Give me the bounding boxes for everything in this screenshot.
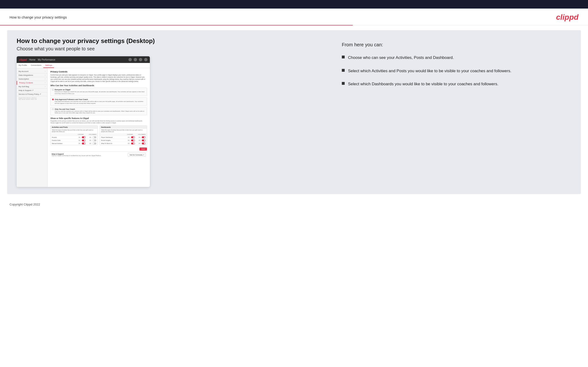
radio-desc-followers-coach: Only approved followers and coaches you … [52,101,145,105]
bullet-icon [342,56,345,58]
toggle-player-coaches[interactable] [131,136,135,138]
dashboards-panel-desc: Select the types of activity that you'd … [100,129,147,133]
bullet-list: Choose who can see your Activities, Post… [342,55,571,87]
settings-sidebar: My Account › Data Integrations › Subscri… [17,68,48,187]
toggle-manual-coaches[interactable] [82,142,86,144]
radio-circle-you-coach [52,108,54,110]
sidebar-data-integrations[interactable]: Data Integrations › [17,73,47,77]
activities-dashboards-container: Activities and Posts Select the types of… [51,125,147,145]
toggle-drills-followers[interactable] [93,139,96,141]
radio-followers-coach[interactable]: Only Approved Followers and Your Coach O… [51,97,147,106]
copyright: Copyright Clippd 2022 [9,203,40,206]
toggle-work-coaches[interactable] [131,142,135,144]
radio-desc-everyone: Everyone on Clippd can search for you an… [52,91,145,95]
browser-navbar: clippd Home My Performance [17,56,150,63]
radio-you-coach[interactable]: Only You and Your Coach Only you and the… [51,107,147,116]
show-hide-desc: Regardless of the privacy controls that … [51,120,147,124]
dashboards-panel-title: Dashboards [100,126,147,129]
sidebar-my-golf-bag[interactable]: My Golf Bag › [17,85,47,89]
bullet-icon [342,69,345,72]
browser-body: My Account › Data Integrations › Subscri… [17,68,150,187]
sidebar-service-privacy[interactable]: Service & Privacy Policy ↗ [17,92,47,96]
header: How to change your privacy settings clip… [0,8,588,25]
chevron-icon: › [45,82,45,83]
help-desc: Visit our Clippd community to troublesho… [52,155,101,156]
sidebar-subscription[interactable]: Subscription › [17,77,47,81]
sidebar-privacy-controls[interactable]: Privacy Controls › [17,81,47,85]
save-row: Save [51,147,147,151]
save-button[interactable]: Save [139,148,147,150]
privacy-controls-desc: Control how you and your data appears to… [51,74,147,83]
radio-desc-you-coach: Only you and the coaches you connect wit… [52,110,145,114]
visit-community-button[interactable]: Visit Our Community ↗ [128,153,146,157]
grid-icon [134,58,137,61]
main-heading: How to change your privacy settings (Des… [17,37,332,45]
settings-icon [139,58,142,61]
search-icon [129,58,132,61]
tab-settings[interactable]: Settings [43,63,54,68]
radio-circle-followers-coach [52,99,54,100]
top-bar [0,0,588,8]
list-item: Select which Activities and Posts you wo… [342,68,571,74]
toggle-manual-followers[interactable] [93,142,96,144]
privacy-controls-panel: Privacy Controls Control how you and you… [48,68,150,187]
radio-circle-everyone [52,89,54,91]
toggle-practice-drills: Practice Drills ON ON [51,139,97,142]
chevron-icon: › [45,86,45,87]
toggle-rounds: Rounds ON ON [51,136,97,139]
from-here-title: From here you can: [342,42,571,48]
bullet-text-1: Choose who can see your Activities, Post… [348,55,454,61]
toggle-drills-coaches[interactable] [82,139,86,141]
toggle-rounds-followers[interactable] [93,136,96,138]
browser-nav-performance: My Performance [38,58,55,61]
toggle-rounds-coaches[interactable] [82,136,86,138]
toggle-round-insights: Round Insights ON ON [100,139,147,142]
browser-icons [129,58,147,61]
left-panel: How to change your privacy settings (Des… [17,37,332,187]
browser-screenshot: clippd Home My Performance My Profile Co… [17,56,150,187]
profile-tabs: My Profile Connections Settings [17,63,150,68]
radio-label-followers-coach: Only Approved Followers and Your Coach [55,99,88,100]
activities-col-headers: COACHES FOLLOWERS [51,133,97,136]
privacy-controls-title: Privacy Controls [51,71,147,73]
toggle-work-followers[interactable] [142,142,146,144]
bullet-icon [342,82,345,85]
toggle-insights-coaches[interactable] [131,139,135,141]
list-item: Choose who can see your Activities, Post… [342,55,571,61]
bullet-text-2: Select which Activities and Posts you wo… [348,68,511,74]
toggle-player-followers[interactable] [142,136,146,138]
main-subheading: Choose what you want people to see [17,46,332,51]
who-can-see-title: Who Can See Your Activities and Dashboar… [51,84,147,87]
logo: clippd [556,13,579,22]
show-hide-title: Show or hide specific features in Clippd [51,117,147,119]
chevron-icon: › [45,71,45,72]
tab-connections[interactable]: Connections [29,63,43,68]
tab-my-profile[interactable]: My Profile [17,63,29,68]
radio-everyone[interactable]: Everyone on Clippd Everyone on Clippd ca… [51,88,147,96]
toggle-what-to-work-on: What To Work On ON ON [100,142,147,145]
footer: Copyright Clippd 2022 [0,199,588,210]
header-title: How to change your privacy settings [9,15,67,19]
header-divider [0,25,588,25]
dashboards-col-headers: COACHES FOLLOWERS [100,133,147,136]
list-item: Select which Dashboards you would like t… [342,81,571,87]
version-info: Clippd Client Version: 2022.8.2SQL Serve… [17,96,47,101]
sidebar-help-support[interactable]: Help & Support ↗ [17,89,47,92]
help-support-row: Help & Support Visit our Clippd communit… [51,151,147,158]
browser-nav-home: Home [29,58,35,61]
help-title: Help & Support [52,153,101,155]
sidebar-my-account[interactable]: My Account › [17,70,47,73]
activities-panel-title: Activities and Posts [51,126,97,129]
right-panel: From here you can: Choose who can see yo… [342,37,571,187]
activities-panel-desc: Select the types of activity that you'd … [51,129,97,133]
main-content: How to change your privacy settings (Des… [7,30,581,194]
toggle-insights-followers[interactable] [142,139,146,141]
dashboards-panel: Dashboards Select the types of activity … [100,125,147,145]
toggle-manual-activities: Manual Activities ON ON [51,142,97,145]
chevron-icon: › [45,74,45,76]
radio-label-you-coach: Only You and Your Coach [55,108,75,110]
bullet-text-3: Select which Dashboards you would like t… [348,81,498,87]
toggle-player-dashboard: Player Dashboard ON ON [100,136,147,139]
radio-label-everyone: Everyone on Clippd [55,89,70,91]
user-icon [144,58,147,61]
